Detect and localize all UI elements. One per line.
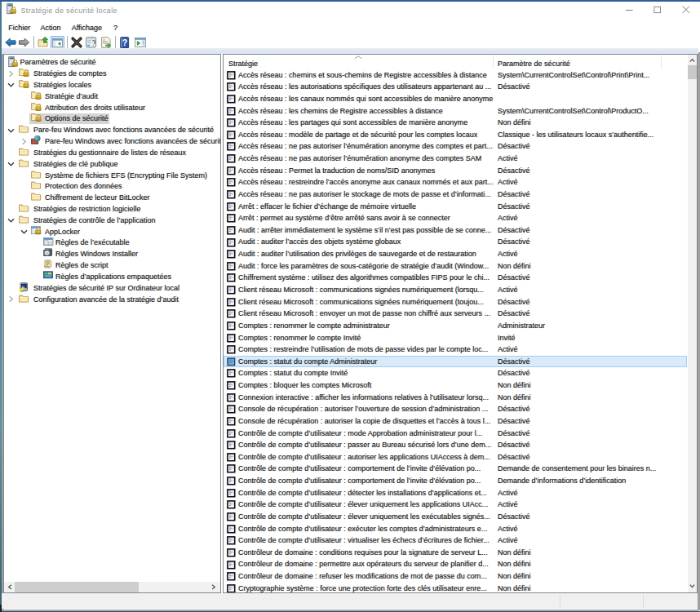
svg-text:?: ? (122, 38, 127, 47)
